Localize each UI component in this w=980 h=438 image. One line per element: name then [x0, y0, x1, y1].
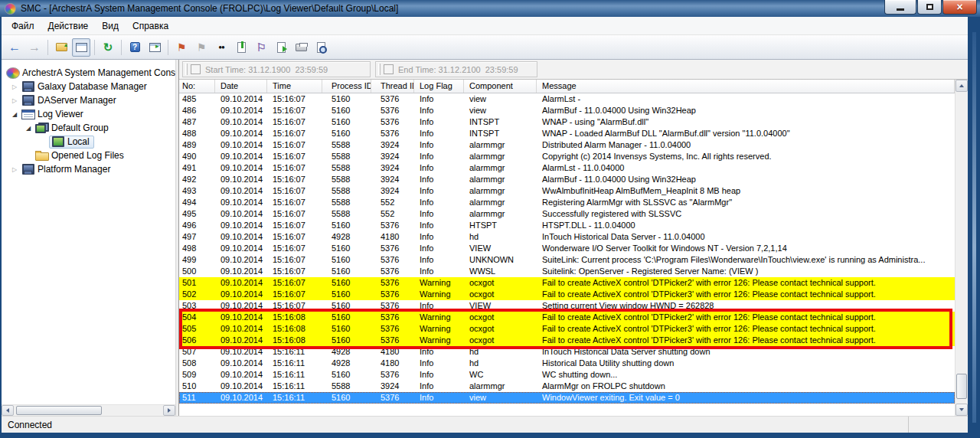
tree-item-galaxy-database-manager[interactable]: ▷Galaxy Database Manager [2, 80, 175, 93]
log-row[interactable]: 51009.10.201415:16:1155883924Infoalarmmg… [179, 381, 955, 392]
log-row[interactable]: 49109.10.201415:16:0755883924Infoalarmmg… [179, 162, 955, 174]
start-time-checkbox[interactable] [191, 64, 201, 74]
band-grip[interactable] [378, 64, 381, 75]
log-row[interactable]: 48609.10.201415:16:0751605376InfoviewAla… [179, 105, 955, 116]
mark-flag-icon [175, 41, 188, 54]
log-row[interactable]: 50509.10.201415:16:0851605376Warningocxg… [179, 323, 955, 335]
menu-view[interactable]: Вид [95, 18, 126, 34]
log-vertical-scrollbar[interactable] [955, 80, 968, 416]
show-action-pane-button[interactable] [145, 38, 164, 57]
toolbar-separator [47, 40, 48, 55]
tree-expander-icon[interactable]: ◢ [21, 125, 35, 132]
refresh-button[interactable] [99, 38, 117, 57]
column-header-date[interactable]: Date [215, 80, 267, 93]
tree-expander-icon[interactable]: ▷ [8, 97, 21, 104]
tree-item-daserver-manager[interactable]: ▷DAServer Manager [2, 93, 175, 107]
scrollbar-track[interactable] [14, 405, 163, 416]
log-row[interactable]: 50109.10.201415:16:0751605376Warningocxg… [179, 277, 955, 289]
cell-thread-id: 5376 [371, 323, 414, 335]
cell-thread-id: 5376 [371, 128, 414, 139]
tree-item-log-viewer[interactable]: ◢Log Viewer [2, 107, 175, 121]
tree-expander-icon[interactable]: ◢ [8, 111, 21, 118]
tree-expander-icon[interactable]: ▷ [8, 83, 21, 90]
log-row[interactable]: 50909.10.201415:16:1151605376InfoWCWC sh… [179, 369, 955, 381]
cell-log-flag: Info [414, 254, 464, 266]
print-button[interactable] [292, 38, 310, 57]
log-row[interactable]: 49609.10.201415:16:0751605376InfoHTSPTHT… [179, 220, 955, 231]
close-button[interactable]: × [942, 0, 977, 15]
log-row[interactable]: 49309.10.201415:16:0755883924Infoalarmmg… [179, 185, 955, 197]
minimize-button[interactable] [884, 0, 916, 15]
maximize-button[interactable] [917, 0, 942, 15]
log-row[interactable]: 50809.10.201415:16:1149284180InfohdHisto… [179, 358, 955, 369]
cell-log-flag: Warning [414, 335, 464, 346]
app-icon[interactable] [5, 3, 16, 15]
back-button[interactable] [5, 38, 24, 57]
log-row[interactable]: 50709.10.201415:16:1149284180InfohdInTou… [179, 346, 955, 358]
cell-date: 09.10.2014 [215, 105, 267, 116]
log-row[interactable]: 49909.10.201415:16:0751605376InfoUNKNOWN… [179, 254, 955, 266]
export-button[interactable] [272, 38, 290, 57]
print-preview-button[interactable] [312, 38, 330, 57]
cell-thread-id: 3924 [371, 162, 414, 174]
scroll-down-button[interactable] [956, 404, 968, 416]
tree-item-default-group[interactable]: ◢Default Group [2, 121, 175, 135]
log-row[interactable]: 49209.10.201415:16:0755883924Infoalarmmg… [179, 174, 955, 185]
cell-date: 09.10.2014 [215, 323, 267, 335]
column-header-log-flag[interactable]: Log Flag [414, 80, 464, 93]
column-header-component[interactable]: Component [464, 80, 537, 93]
cell-time: 15:16:07 [267, 105, 322, 116]
cell-process-id: 5160 [322, 220, 371, 231]
cell-process-id: 5160 [322, 243, 371, 254]
log-row[interactable]: 49509.10.201415:16:075588552Infoalarmmgr… [179, 208, 955, 220]
tree-horizontal-scrollbar[interactable] [2, 404, 175, 416]
column-header-process-id[interactable]: Process ID [322, 80, 371, 93]
mark-button[interactable] [172, 38, 191, 57]
end-time-checkbox[interactable] [384, 64, 394, 74]
log-row[interactable]: 50609.10.201415:16:0851605376Warningocxg… [179, 335, 955, 346]
log-row[interactable]: 48809.10.201415:16:0751605376InfoINTSPTW… [179, 128, 955, 139]
cell-thread-id: 3924 [371, 381, 414, 392]
log-panel: Start Time: 31.12.1900 23:59:59 End Time… [178, 60, 968, 416]
log-row[interactable]: 50309.10.201415:16:0751605376InfoVIEWSet… [179, 300, 955, 312]
scroll-left-button[interactable] [2, 405, 14, 416]
scroll-up-button[interactable] [956, 80, 968, 92]
column-header-time[interactable]: Time [267, 80, 322, 93]
log-row[interactable]: 50409.10.201415:16:0851605376Warningocxg… [179, 312, 955, 323]
cell-thread-id: 4180 [371, 358, 414, 369]
column-header-thread-id[interactable]: Thread ID [371, 80, 414, 93]
log-row[interactable]: 50209.10.201415:16:0751605376Warningocxg… [179, 289, 955, 300]
tree-item-opened-log-files[interactable]: Opened Log Files [2, 149, 175, 162]
column-header-no[interactable]: No: [179, 80, 215, 93]
log-row[interactable]: 48709.10.201415:16:0751605376InfoINTSPTW… [179, 116, 955, 128]
log-row[interactable]: 49709.10.201415:16:0749284180InfohdInTou… [179, 231, 955, 243]
log-row[interactable]: 49809.10.201415:16:0751605376InfoVIEWWon… [179, 243, 955, 254]
scroll-right-button[interactable] [163, 405, 175, 416]
tree-item-platform-manager[interactable]: ▷Platform Manager [2, 162, 175, 176]
find-button[interactable] [212, 38, 230, 57]
tree-item-console-root[interactable]: ArchestrA System Management Console [2, 66, 175, 80]
log-row[interactable]: 50009.10.201415:16:0751605376InfoWWSLSui… [179, 266, 955, 277]
tree-expander-icon[interactable]: ▷ [8, 166, 21, 173]
log-row[interactable]: 49409.10.201415:16:075588552Infoalarmmgr… [179, 197, 955, 208]
log-row[interactable]: 48509.10.201415:16:0751605376InfoviewAla… [179, 93, 955, 105]
log-row[interactable]: 48909.10.201415:16:0755883924Infoalarmmg… [179, 139, 955, 151]
log-row[interactable]: 49009.10.201415:16:0755883924Infoalarmmg… [179, 151, 955, 162]
console-icon [76, 43, 87, 52]
menu-help[interactable]: Справка [126, 18, 175, 34]
log-row[interactable]: 51109.10.201415:16:1151605376InfoviewWin… [179, 392, 955, 404]
column-header-message[interactable]: Message [537, 80, 955, 93]
go-to-bookmark-button[interactable] [232, 38, 250, 57]
scrollbar-track[interactable] [956, 92, 968, 404]
filter-button[interactable] [252, 38, 270, 57]
menu-action[interactable]: Действие [41, 18, 96, 34]
band-grip[interactable] [185, 64, 188, 75]
help-button[interactable] [126, 38, 144, 57]
tree-selection[interactable]: Local [49, 136, 94, 149]
menu-file[interactable]: Файл [5, 18, 41, 34]
scrollbar-thumb[interactable] [16, 406, 102, 415]
up-one-level-button[interactable] [52, 38, 70, 57]
show-console-tree-button[interactable] [72, 38, 90, 57]
scrollbar-thumb[interactable] [956, 374, 967, 399]
tree-item-local[interactable]: Local [2, 135, 175, 149]
